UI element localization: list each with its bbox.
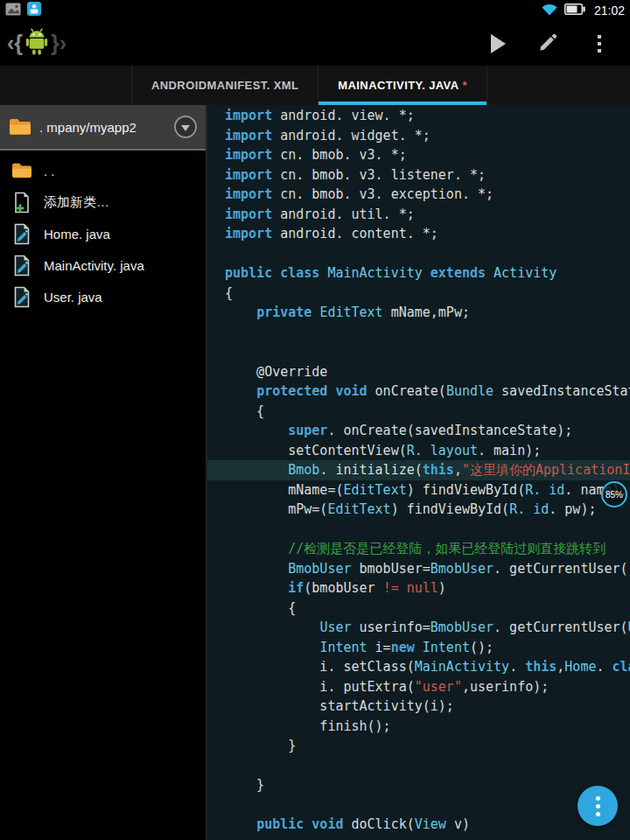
code-line[interactable]: [225, 323, 630, 343]
code-token: [225, 423, 288, 438]
code-token: i. setClass(: [225, 659, 415, 675]
code-line[interactable]: [225, 244, 630, 264]
code-token: [486, 265, 494, 281]
code-line[interactable]: public class MainActivity extends Activi…: [225, 263, 630, 284]
code-line[interactable]: import cn. bmob. v3. listener. *;: [225, 165, 630, 186]
java-file-icon: [10, 222, 33, 245]
code-token: ,userinfo);: [462, 679, 549, 695]
code-line[interactable]: i. setClass(MainActivity. this,Home. cla…: [225, 657, 630, 677]
code-line[interactable]: startActivity(i);: [225, 696, 630, 717]
app-notification-icon: [27, 2, 41, 19]
zoom-indicator: 85%: [601, 481, 627, 508]
more-icon: [596, 796, 600, 816]
file-item-home-java[interactable]: Home. java: [0, 218, 206, 249]
code-token: Activity: [494, 265, 556, 281]
code-line[interactable]: [225, 520, 630, 540]
edit-button[interactable]: [523, 24, 574, 64]
code-line[interactable]: private EditText mName,mPw;: [225, 303, 630, 323]
code-token: setContentView(: [225, 443, 407, 458]
code-token: new: [391, 640, 415, 655]
code-line[interactable]: i. putExtra("user",userinfo);: [225, 677, 630, 697]
code-token: [225, 816, 256, 832]
code-token: doClick(: [343, 816, 414, 832]
code-line[interactable]: [225, 756, 630, 776]
screen: 21:02 ‹{: [0, 0, 630, 840]
code-token: android. widget. *;: [272, 128, 430, 144]
code-token: onCreate(: [368, 383, 446, 399]
code-line[interactable]: Intent i=new Intent();: [225, 638, 630, 658]
file-item-0[interactable]: . .: [0, 155, 206, 186]
code-token: Home: [564, 659, 596, 675]
code-line[interactable]: import cn. bmob. v3. exception. *;: [225, 185, 630, 205]
code-token: mName,mPw;: [383, 304, 470, 320]
code-token: Intent: [319, 640, 367, 655]
run-button[interactable]: [472, 24, 523, 64]
code-line[interactable]: //检测是否是已经登陆，如果已经登陆过则直接跳转到: [225, 539, 630, 559]
code-token: private: [256, 304, 312, 320]
code-token: super: [288, 423, 327, 438]
file-item-mainactivity-java[interactable]: MainActivity. java: [0, 249, 206, 281]
code-token: BmobUser: [430, 561, 494, 577]
code-token: R. layout: [407, 443, 478, 458]
file-label: Home. java: [44, 227, 110, 242]
overflow-icon: [598, 35, 601, 52]
code-token: [272, 265, 280, 281]
code-line[interactable]: protected void onCreate(Bundle savedInst…: [225, 382, 630, 402]
code-line[interactable]: {: [225, 598, 630, 619]
code-line[interactable]: User userinfo=BmobUser. getCurrentUser(U…: [225, 618, 630, 638]
project-header[interactable]: . mpany/myapp2: [0, 105, 206, 150]
file-item-1[interactable]: 添加新类…: [0, 186, 206, 218]
code-line[interactable]: {: [225, 402, 630, 422]
code-token: import: [225, 186, 272, 202]
code-line[interactable]: mPw=(EditText) findViewById(R. id. pw);: [225, 500, 630, 520]
app-logo[interactable]: ‹{ }›: [5, 28, 66, 59]
tab-mainactivity-java[interactable]: MAINACTIVITY. JAVA *: [318, 66, 487, 105]
code-token: EditText: [319, 304, 382, 320]
code-line[interactable]: }: [225, 736, 630, 756]
code-token: userinfo=: [352, 620, 430, 635]
file-label: 添加新类…: [44, 194, 109, 211]
file-list: . .添加新类…Home. javaMainActivity. javaUser…: [0, 150, 206, 312]
code-line[interactable]: BmobUser bmobUser=BmobUser. getCurrentUs…: [225, 559, 630, 579]
folder-icon: [10, 159, 33, 182]
code-line[interactable]: import android. view. *;: [225, 106, 630, 126]
code-line[interactable]: {: [225, 284, 630, 304]
code-editor[interactable]: import android. view. *;import android. …: [207, 105, 630, 840]
code-token: Bmob: [288, 462, 319, 478]
code-token: ();: [470, 640, 494, 655]
code-line[interactable]: Bmob. initialize(this,"这里填你的ApplicationI…: [207, 460, 630, 480]
tab-bar: ANDROIDMANIFEST. XMLMAINACTIVITY. JAVA *: [0, 66, 630, 105]
code-line[interactable]: @Override: [225, 362, 630, 382]
code-token: MainActivity: [327, 265, 422, 281]
chevron-down-icon: [181, 125, 190, 131]
file-label: MainActivity. java: [44, 258, 144, 273]
code-line[interactable]: super. onCreate(savedInstanceState);: [225, 421, 630, 441]
code-line[interactable]: import android. util. *;: [225, 205, 630, 225]
code-token: !=: [383, 580, 399, 596]
collapse-button[interactable]: [174, 116, 197, 138]
folder-icon: [9, 116, 32, 138]
code-line[interactable]: mName=(EditText) findViewById(R. id. nam…: [225, 480, 630, 500]
code-line[interactable]: if(bmobUser != null): [225, 578, 630, 598]
code-token: android. content. *;: [272, 226, 438, 242]
code-line[interactable]: [225, 795, 630, 816]
code-token: cn. bmob. v3. exception. *;: [272, 186, 494, 202]
code-line[interactable]: }: [225, 775, 630, 795]
code-token: @Override: [225, 364, 327, 380]
code-token: ): [438, 580, 446, 596]
java-file-icon: [10, 254, 33, 276]
fab-menu-button[interactable]: [578, 786, 618, 826]
code-token: R. id: [525, 482, 564, 498]
code-token: }: [225, 738, 296, 753]
code-line[interactable]: [225, 342, 630, 362]
code-token: android. view. *;: [272, 108, 415, 123]
code-line[interactable]: import android. widget. *;: [225, 126, 630, 146]
code-line[interactable]: public void doClick(View v): [225, 815, 630, 835]
overflow-menu-button[interactable]: [574, 24, 625, 64]
tab-androidmanifest-xml[interactable]: ANDROIDMANIFEST. XML: [131, 66, 318, 105]
code-line[interactable]: finish();: [225, 717, 630, 737]
code-line[interactable]: import cn. bmob. v3. *;: [225, 145, 630, 165]
code-line[interactable]: setContentView(R. layout. main);: [225, 441, 630, 461]
code-line[interactable]: import android. content. *;: [225, 224, 630, 244]
file-item-user-java[interactable]: User. java: [0, 281, 206, 312]
